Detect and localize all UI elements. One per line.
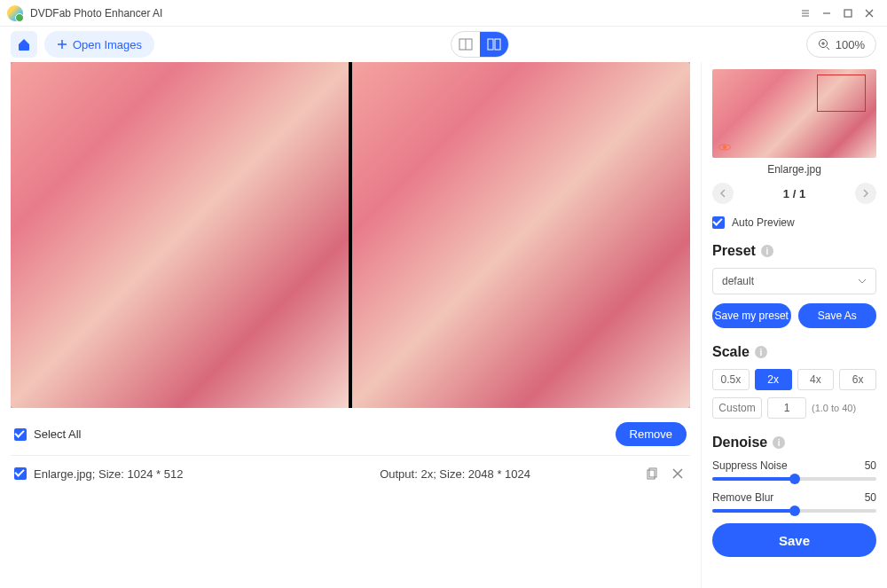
remove-blur-label: Remove Blur bbox=[712, 491, 773, 504]
scale-custom-input[interactable] bbox=[767, 397, 806, 419]
scale-range-hint: (1.0 to 40) bbox=[812, 403, 856, 413]
save-as-button[interactable]: Save As bbox=[798, 303, 877, 328]
open-images-button[interactable]: Open Images bbox=[44, 31, 154, 58]
divider bbox=[11, 455, 690, 456]
zoom-label: 100% bbox=[836, 38, 865, 51]
thumbnail[interactable] bbox=[712, 69, 876, 158]
view-toggle bbox=[451, 31, 509, 58]
thumbnail-filename: Enlarge.jpg bbox=[712, 163, 876, 176]
save-my-preset-button[interactable]: Save my preset bbox=[712, 303, 791, 328]
select-all-checkbox[interactable] bbox=[14, 428, 27, 441]
auto-preview-label: Auto Preview bbox=[732, 216, 795, 229]
preview-before bbox=[11, 62, 349, 408]
preview-after bbox=[352, 62, 690, 408]
preset-select[interactable]: default bbox=[712, 268, 876, 294]
denoise-title: Denoise i bbox=[712, 435, 876, 451]
pager-label: 1 / 1 bbox=[783, 187, 805, 200]
minimize-icon[interactable] bbox=[816, 3, 837, 24]
zoom-button[interactable]: 100% bbox=[806, 31, 876, 58]
file-row: Enlarge.jpg; Size: 1024 * 512 Output: 2x… bbox=[11, 459, 690, 488]
info-icon[interactable]: i bbox=[755, 346, 767, 358]
scale-6x[interactable]: 6x bbox=[839, 369, 876, 390]
save-button[interactable]: Save bbox=[712, 523, 876, 557]
app-logo-icon bbox=[7, 5, 23, 21]
file-output: Output: 2x; Size: 2048 * 1024 bbox=[380, 467, 530, 481]
toolbar: Open Images 100% bbox=[0, 27, 887, 62]
open-images-label: Open Images bbox=[73, 38, 142, 51]
suppress-noise-row: Suppress Noise 50 bbox=[712, 459, 876, 481]
split-view-button[interactable] bbox=[480, 32, 508, 57]
scale-title: Scale i bbox=[712, 344, 876, 360]
file-remove-icon[interactable] bbox=[669, 465, 687, 482]
thumbnail-selection[interactable] bbox=[817, 74, 866, 112]
single-view-button[interactable] bbox=[451, 32, 480, 57]
svg-rect-3 bbox=[488, 39, 493, 50]
svg-rect-0 bbox=[844, 10, 852, 17]
main-area: Select All Remove Enlarge.jpg; Size: 102… bbox=[0, 62, 701, 588]
preset-title: Preset i bbox=[712, 243, 876, 259]
suppress-noise-label: Suppress Noise bbox=[712, 459, 788, 472]
title-bar: DVDFab Photo Enhancer AI bbox=[0, 0, 887, 27]
side-panel: Enlarge.jpg 1 / 1 Auto Preview Preset i … bbox=[701, 62, 887, 588]
app-title: DVDFab Photo Enhancer AI bbox=[30, 7, 162, 20]
scale-custom-row: Custom (1.0 to 40) bbox=[712, 397, 876, 419]
suppress-noise-value: 50 bbox=[865, 459, 876, 472]
remove-button[interactable]: Remove bbox=[616, 422, 687, 446]
pager: 1 / 1 bbox=[712, 183, 876, 204]
pager-next[interactable] bbox=[855, 183, 876, 204]
info-icon[interactable]: i bbox=[773, 436, 785, 449]
info-icon[interactable]: i bbox=[761, 245, 773, 257]
file-copy-icon[interactable] bbox=[644, 465, 662, 482]
maximize-icon[interactable] bbox=[837, 3, 859, 24]
preview-split[interactable] bbox=[11, 62, 690, 408]
svg-point-8 bbox=[723, 145, 726, 149]
suppress-noise-slider[interactable] bbox=[712, 477, 876, 481]
select-all-label: Select All bbox=[34, 427, 81, 441]
remove-blur-slider[interactable] bbox=[712, 509, 876, 513]
scale-2x[interactable]: 2x bbox=[755, 369, 792, 390]
scale-0-5x[interactable]: 0.5x bbox=[712, 369, 750, 390]
file-checkbox[interactable] bbox=[14, 467, 27, 480]
file-info: Enlarge.jpg; Size: 1024 * 512 bbox=[34, 467, 183, 481]
home-button[interactable] bbox=[11, 31, 37, 58]
scale-options: 0.5x 2x 4x 6x bbox=[712, 369, 876, 390]
scale-4x[interactable]: 4x bbox=[797, 369, 835, 390]
svg-rect-4 bbox=[495, 39, 500, 50]
remove-blur-row: Remove Blur 50 bbox=[712, 491, 876, 513]
auto-preview-row: Auto Preview bbox=[712, 216, 876, 229]
select-all-row: Select All Remove bbox=[11, 417, 690, 451]
scale-custom-button[interactable]: Custom bbox=[712, 397, 762, 419]
menu-icon[interactable] bbox=[795, 3, 816, 24]
eye-icon[interactable] bbox=[718, 141, 732, 154]
close-icon[interactable] bbox=[859, 3, 880, 24]
auto-preview-checkbox[interactable] bbox=[712, 216, 725, 229]
pager-prev[interactable] bbox=[712, 183, 734, 204]
remove-blur-value: 50 bbox=[865, 491, 876, 504]
